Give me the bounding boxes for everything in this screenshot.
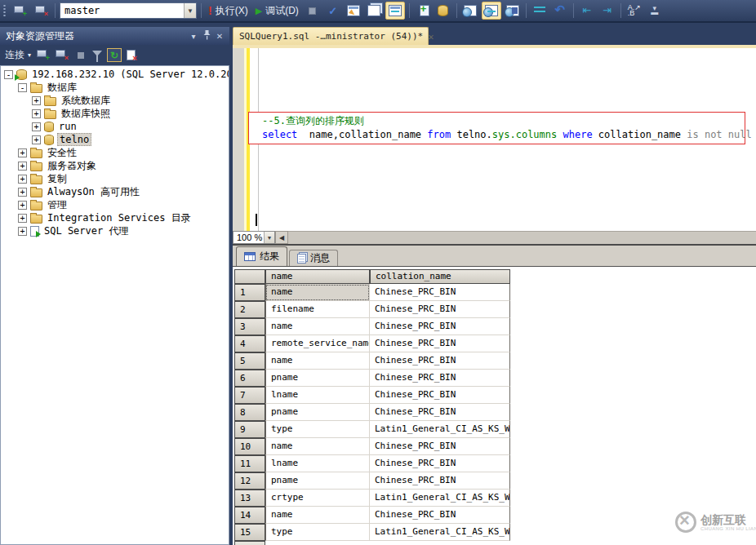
expander-plus-icon[interactable]: + <box>18 148 27 157</box>
expander-plus-icon[interactable]: + <box>18 201 27 210</box>
grid-corner-cell[interactable] <box>234 269 265 284</box>
grid-cell-name[interactable]: name <box>265 318 370 335</box>
grid-row-header[interactable]: 3 <box>234 318 265 335</box>
tree-item[interactable]: +复制 <box>1 172 229 185</box>
estimated-plan-button[interactable] <box>461 2 479 20</box>
grid-cell-collation[interactable]: Latin1_General_CI_AS_KS_WS <box>370 524 510 541</box>
grid-row-header[interactable]: 6 <box>234 370 265 387</box>
grid-cell-collation[interactable]: Chinese_PRC_BIN <box>370 404 510 421</box>
grid-cell-name[interactable]: name <box>265 507 370 524</box>
grid-cell-collation[interactable]: Chinese_PRC_BIN <box>370 438 510 455</box>
code-surface[interactable]: --5.查询列的排序规则 select name,collation_name … <box>250 48 756 231</box>
database-object-button[interactable] <box>434 2 452 20</box>
expander-plus-icon[interactable]: + <box>18 188 27 197</box>
connect-button[interactable]: + <box>11 2 29 20</box>
expander-minus-icon[interactable]: - <box>18 83 27 92</box>
tree-item[interactable]: +数据库快照 <box>1 107 229 120</box>
grid-cell-name[interactable]: filename <box>265 301 370 318</box>
increase-indent-button[interactable]: ⇥ <box>598 2 616 20</box>
grid-cell-collation[interactable]: Chinese_PRC_BIN <box>370 387 510 404</box>
chevron-down-icon[interactable]: ▼ <box>264 232 274 243</box>
grid-cell-name[interactable]: remote_service_name <box>265 335 370 352</box>
expander-plus-icon[interactable]: + <box>18 162 27 171</box>
code-editor[interactable]: --5.查询列的排序规则 select name,collation_name … <box>233 48 756 231</box>
scroll-left-button[interactable]: ◀ <box>275 231 288 244</box>
tree-item[interactable]: +Integration Services 目录 <box>1 211 229 224</box>
zoom-combo[interactable]: 100 % ▼ <box>233 231 275 244</box>
grid-cell-name[interactable]: name <box>265 284 370 301</box>
tree-item[interactable]: +安全性 <box>1 146 229 159</box>
grid-column-header-collation[interactable]: collation_name <box>370 269 510 284</box>
intellisense-button[interactable] <box>365 2 383 20</box>
grid-cell-collation[interactable]: Chinese_PRC_BIN <box>370 455 510 472</box>
toolbar-overflow-button[interactable]: ▾▬ <box>646 2 664 20</box>
grid-row-header[interactable]: 4 <box>234 335 265 352</box>
stop-button[interactable] <box>304 2 322 20</box>
tree-item[interactable]: +run <box>1 120 229 133</box>
client-statistics-button[interactable] <box>504 2 522 20</box>
actual-plan-button[interactable] <box>482 2 501 20</box>
database-combo[interactable]: master ▼ <box>60 2 197 19</box>
grid-row-header[interactable]: 10 <box>234 438 265 455</box>
connect-menu-button[interactable]: 连接 ▾ <box>5 48 31 62</box>
grid-row-header[interactable]: 2 <box>234 301 265 318</box>
tree-item[interactable]: +SQL Server 代理 <box>1 224 229 237</box>
query-options-button[interactable] <box>345 2 362 20</box>
grid-cell-name[interactable]: pname <box>265 472 370 490</box>
grid-cell-collation[interactable]: Chinese_PRC_BIN <box>370 370 510 387</box>
script-error-icon[interactable] <box>127 50 136 60</box>
change-connection-button[interactable]: × <box>32 2 51 20</box>
decrease-indent-button[interactable]: ⇤ <box>578 2 596 20</box>
tree-item[interactable]: +服务器对象 <box>1 159 229 172</box>
grid-row-header[interactable]: 11 <box>234 455 265 472</box>
comment-button[interactable] <box>531 2 549 20</box>
grid-row-header[interactable]: 8 <box>234 404 265 421</box>
grid-cell-name[interactable]: lname <box>265 455 370 472</box>
grid-row-header[interactable]: 12 <box>234 472 265 490</box>
grid-row-header[interactable]: 9 <box>234 421 265 438</box>
window-position-icon[interactable]: ▾ <box>187 32 200 41</box>
snippet-button[interactable] <box>414 2 432 20</box>
pin-icon[interactable] <box>200 30 213 42</box>
expander-minus-icon[interactable]: - <box>4 70 13 79</box>
grid-row-header[interactable]: 14 <box>234 507 265 524</box>
results-grid[interactable]: name collation_name 1nameChinese_PRC_BIN… <box>234 269 510 545</box>
disconnect-icon[interactable]: × <box>55 49 69 61</box>
grid-cell-collation[interactable]: Chinese_PRC_BIN <box>370 318 510 335</box>
refresh-icon[interactable]: ↻ <box>107 48 122 62</box>
grid-row-header[interactable]: 15 <box>234 524 265 541</box>
grid-cell-name[interactable]: type <box>265 524 370 541</box>
grid-cell-collation[interactable]: Chinese_PRC_BIN <box>370 301 510 318</box>
grid-cell-collation[interactable]: Chinese_PRC_BIN <box>370 284 510 301</box>
debug-button[interactable]: ▶ 调试(D) <box>253 2 301 20</box>
chevron-down-icon[interactable]: ▼ <box>184 3 196 18</box>
grid-row-header[interactable]: 1 <box>234 284 265 301</box>
grid-cell-collation[interactable]: Chinese_PRC_BIN <box>370 352 510 370</box>
filter-icon[interactable] <box>92 51 102 56</box>
grid-column-header-name[interactable]: name <box>265 269 370 284</box>
tab-results[interactable]: 结果 <box>236 246 287 266</box>
expander-plus-icon[interactable]: + <box>32 109 41 118</box>
results-pane-button[interactable] <box>385 2 405 20</box>
template-parameters-button[interactable]: A.↗.B <box>625 2 643 20</box>
grid-cell-name[interactable]: pname <box>265 404 370 421</box>
grid-cell-collation[interactable]: Chinese_PRC_BIN <box>370 472 510 490</box>
tree-item[interactable]: +AlwaysOn 高可用性 <box>1 185 229 198</box>
expander-plus-icon[interactable]: + <box>18 214 27 223</box>
grid-cell-name[interactable]: name <box>265 352 370 370</box>
tree-item[interactable]: +telno <box>1 133 229 146</box>
uncomment-button[interactable]: ↶ <box>551 2 569 20</box>
grid-cell-collation[interactable]: Latin1_General_CI_AS_KS_WS <box>370 490 510 507</box>
tab-messages[interactable]: 消息 <box>289 250 338 266</box>
toolbar-grip[interactable] <box>2 4 7 17</box>
grid-row-header[interactable]: 13 <box>234 490 265 507</box>
grid-cell-name[interactable]: lname <box>265 387 370 404</box>
grid-cell-collation[interactable]: Latin1_General_CI_AS_KS_WS <box>370 421 510 438</box>
grid-cell-name[interactable]: crtype <box>265 490 370 507</box>
expander-plus-icon[interactable]: + <box>18 175 27 184</box>
tree-item[interactable]: -192.168.232.10 (SQL Server 12.0.2000 - <box>1 68 229 81</box>
expander-plus-icon[interactable]: + <box>32 96 41 105</box>
tree-item[interactable]: -数据库 <box>1 81 229 94</box>
grid-cell-name[interactable]: type <box>265 421 370 438</box>
tree-item[interactable]: +系统数据库 <box>1 94 229 107</box>
